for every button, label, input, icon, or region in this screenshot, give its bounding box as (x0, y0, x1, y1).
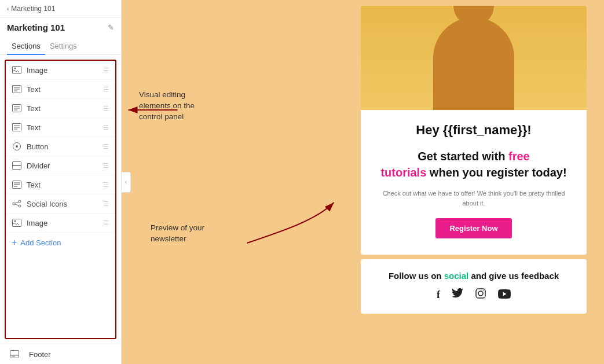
register-now-button[interactable]: Register Now (435, 218, 511, 238)
sections-list: Image ☰ Text ☰ (5, 60, 116, 339)
svg-rect-27 (13, 219, 21, 227)
youtube-icon[interactable] (498, 288, 511, 302)
svg-point-35 (478, 291, 483, 296)
image-icon-2 (12, 218, 22, 228)
back-chevron-icon: ‹ (7, 6, 9, 12)
social-card: Follow us on social and give us feedback… (361, 259, 587, 314)
drag-handle-social-icons[interactable]: ☰ (103, 200, 109, 208)
button-icon (12, 141, 22, 152)
cta-text-free: free (508, 150, 530, 163)
tab-settings[interactable]: Settings (45, 38, 82, 55)
drag-handle-text-4[interactable]: ☰ (103, 181, 109, 189)
section-label-text-2: Text (27, 104, 103, 113)
section-label-divider-1: Divider (27, 161, 103, 170)
newsletter-hero-image: 🌿 (361, 6, 587, 110)
text-icon-3 (12, 122, 22, 133)
section-label-text-4: Text (27, 181, 103, 189)
newsletter-preview: 🌿 Hey {{first_name}}! Get started with f… (361, 6, 587, 314)
svg-point-1 (14, 68, 16, 69)
drag-handle-image-1[interactable]: ☰ (103, 67, 109, 74)
person-illustration: 🌿 (361, 6, 587, 110)
svg-rect-0 (13, 67, 21, 74)
text-icon-1 (12, 84, 22, 94)
divider-icon (12, 160, 22, 171)
sidebar-tabs: Sections Settings (0, 38, 121, 55)
section-item-button-1[interactable]: Button ☰ (6, 137, 115, 156)
person-head: 🌿 (453, 6, 494, 26)
newsletter-card-main: 🌿 Hey {{first_name}}! Get started with f… (361, 6, 587, 255)
main-area: ‹ Visual editingelements on thecontrol p… (122, 0, 604, 364)
svg-line-25 (15, 202, 19, 203)
drag-handle-divider-1[interactable]: ☰ (103, 162, 109, 170)
sidebar-back-label: Marketing 101 (11, 5, 55, 13)
text-icon-2 (12, 103, 22, 113)
add-section-label: Add Section (20, 238, 61, 247)
section-item-text-3[interactable]: Text ☰ (6, 118, 115, 137)
twitter-icon[interactable] (452, 288, 463, 302)
section-label-social-icons: Social Icons (27, 200, 103, 208)
drag-handle-text-2[interactable]: ☰ (103, 105, 109, 112)
collapse-handle[interactable]: ‹ (122, 172, 131, 193)
social-icon (12, 198, 22, 209)
section-item-text-4[interactable]: Text ☰ (6, 175, 115, 194)
newsletter-body: Hey {{first_name}}! Get started with fre… (361, 110, 587, 255)
section-label-image-2: Image (27, 219, 103, 227)
newsletter-description: Check out what we have to offer! We thin… (378, 189, 569, 208)
svg-point-15 (16, 145, 18, 148)
svg-rect-34 (476, 289, 485, 298)
section-item-text-1[interactable]: Text ☰ (6, 80, 115, 99)
sidebar-title: Marketing 101 (7, 23, 65, 32)
section-item-divider-1[interactable]: Divider ☰ (6, 156, 115, 175)
footer-icon (9, 349, 20, 359)
person-body: 🌿 (433, 17, 514, 110)
instagram-icon[interactable] (475, 288, 486, 302)
section-label-button-1: Button (27, 142, 103, 151)
svg-rect-29 (10, 351, 19, 358)
social-follow-title: Follow us on social and give us feedback (378, 271, 569, 281)
svg-point-22 (19, 200, 21, 203)
drag-handle-text-1[interactable]: ☰ (103, 86, 109, 93)
tab-sections[interactable]: Sections (7, 38, 45, 55)
image-icon (12, 65, 22, 75)
sidebar-back[interactable]: ‹ Marketing 101 (0, 0, 121, 18)
annotation-preview: Preview of yournewsletter (151, 223, 204, 245)
svg-line-26 (15, 204, 19, 205)
cta-text-tutorials: tutorials (380, 166, 426, 179)
social-title-part1: Follow us on (389, 271, 444, 281)
cta-text-part1: Get started with (418, 150, 508, 163)
svg-point-24 (19, 205, 21, 207)
drag-handle-button-1[interactable]: ☰ (103, 143, 109, 150)
add-section-button[interactable]: + Add Section (6, 233, 115, 252)
annotation-visual-editing: Visual editingelements on thecontrol pan… (139, 90, 195, 123)
drag-handle-image-2[interactable]: ☰ (103, 219, 109, 227)
sidebar-title-row: Marketing 101 ✎ (0, 18, 121, 38)
section-label-text-1: Text (27, 85, 103, 94)
section-item-text-2[interactable]: Text ☰ (6, 99, 115, 118)
edit-icon[interactable]: ✎ (108, 23, 114, 32)
social-icons-row: f (378, 288, 569, 302)
svg-point-23 (13, 203, 15, 205)
text-icon-4 (12, 179, 22, 190)
newsletter-cta: Get started with free tutorials when you… (378, 148, 569, 181)
cta-text-part3: when you register today! (426, 166, 566, 179)
sidebar: ‹ Marketing 101 Marketing 101 ✎ Sections… (0, 0, 122, 364)
section-label-text-3: Text (27, 123, 103, 132)
social-title-social-word: social (444, 271, 469, 281)
social-title-part2: and give us feedback (468, 271, 559, 281)
facebook-icon[interactable]: f (437, 289, 440, 301)
footer-section-item[interactable]: Footer (0, 344, 121, 364)
drag-handle-text-3[interactable]: ☰ (103, 124, 109, 131)
section-item-social-icons[interactable]: Social Icons ☰ (6, 194, 115, 214)
footer-label: Footer (29, 350, 51, 359)
svg-point-28 (14, 220, 16, 222)
add-section-icon: + (12, 237, 17, 248)
section-item-image-2[interactable]: Image ☰ (6, 214, 115, 233)
section-item-image-1[interactable]: Image ☰ (6, 61, 115, 80)
section-label-image-1: Image (27, 66, 103, 75)
svg-point-36 (483, 291, 484, 292)
newsletter-greeting: Hey {{first_name}}! (378, 123, 569, 138)
